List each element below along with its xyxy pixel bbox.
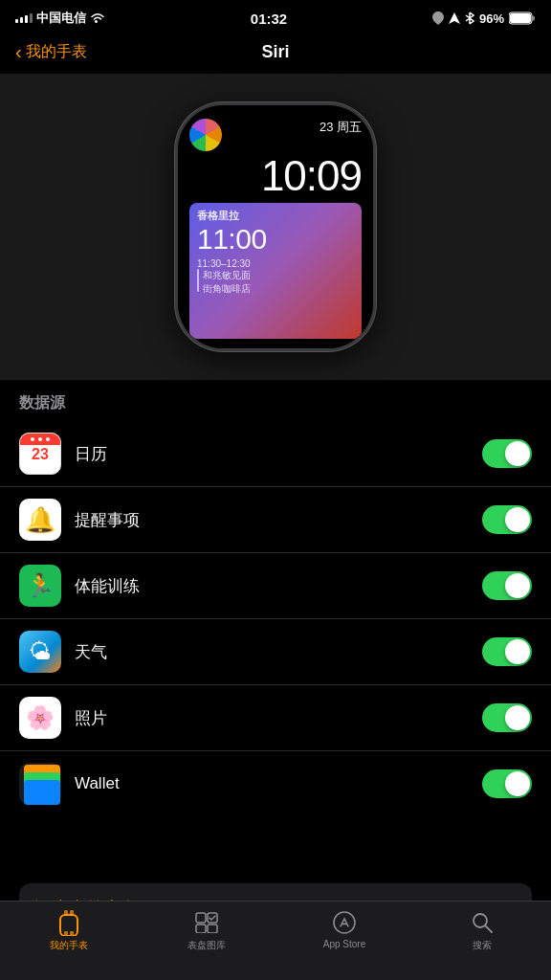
watch-tab-svg: [58, 909, 79, 936]
list-item: 23 日历: [0, 421, 551, 487]
search-tab-label: 搜索: [473, 939, 492, 952]
status-left: 中国电信: [15, 10, 105, 27]
tab-face-gallery[interactable]: 表盘图库: [138, 909, 276, 952]
weather-emoji: 🌤: [29, 638, 52, 665]
datasource-label: 体能训练: [75, 575, 469, 597]
calendar-icon: 23: [19, 433, 61, 475]
complication-name: 香格里拉: [197, 209, 354, 223]
back-button[interactable]: ‹ 我的手表: [15, 42, 87, 63]
tab-bar: 我的手表 表盘图库 App Store: [0, 901, 551, 980]
calendar-icon-top: [20, 434, 60, 445]
watch-top-row: 23 周五: [189, 119, 362, 151]
calendar-icon-dots: [31, 437, 50, 441]
watch-preview-area: 23 周五 10:09 香格里拉 11:00 11:30–12:30 和兆敏见面…: [0, 74, 551, 380]
fitness-emoji: 🏃: [26, 572, 55, 599]
battery-icon: [509, 11, 536, 25]
photos-toggle[interactable]: [482, 703, 532, 732]
svg-rect-5: [70, 910, 74, 916]
app-store-tab-label: App Store: [323, 939, 365, 949]
datasource-label: 日历: [75, 443, 469, 465]
calendar-dot: [46, 437, 50, 441]
weather-toggle[interactable]: [482, 637, 532, 666]
fitness-icon: 🏃: [19, 565, 61, 607]
svg-rect-8: [196, 913, 206, 923]
datasource-label: 提醒事项: [75, 509, 469, 531]
back-chevron-icon: ‹: [15, 41, 22, 63]
face-gallery-tab-label: 表盘图库: [187, 939, 226, 952]
app-store-icon: [331, 909, 358, 936]
carrier-label: 中国电信: [36, 10, 86, 27]
calendar-icon-number: 23: [32, 445, 49, 462]
complication-time: 11:00: [197, 223, 354, 255]
page-title: Siri: [261, 42, 289, 62]
complication-event-lines: 和兆敏见面 街角咖啡店: [203, 269, 251, 296]
search-tab-svg: [471, 911, 494, 934]
wallet-icon: [19, 763, 61, 805]
data-sources-title: 数据源: [19, 394, 65, 411]
watch-frame: 23 周五 10:09 香格里拉 11:00 11:30–12:30 和兆敏见面…: [175, 102, 376, 351]
complication-event-time: 11:30–12:30: [197, 258, 354, 269]
weather-icon: 🌤: [19, 631, 61, 673]
svg-point-12: [334, 912, 355, 933]
toggle-thumb: [505, 507, 530, 532]
gallery-tab-svg: [195, 912, 218, 933]
wallet-stack: [21, 763, 59, 805]
wallet-toggle[interactable]: [482, 769, 532, 798]
event-bar: [197, 269, 199, 292]
complication-event-line2: 街角咖啡店: [203, 282, 251, 296]
app-store-tab-svg: [333, 911, 356, 934]
face-gallery-icon: [193, 909, 220, 936]
svg-rect-1: [510, 13, 531, 23]
spacer: [0, 816, 551, 855]
toggle-thumb: [505, 705, 530, 730]
fitness-toggle[interactable]: [482, 571, 532, 600]
back-label: 我的手表: [26, 42, 87, 62]
photos-icon: 🌸: [19, 697, 61, 739]
watch-screen: 23 周五 10:09 香格里拉 11:00 11:30–12:30 和兆敏见面…: [178, 105, 373, 348]
tab-app-store[interactable]: App Store: [276, 909, 413, 949]
watch-time: 10:09: [189, 155, 362, 197]
svg-rect-6: [64, 931, 68, 936]
datasource-label: 照片: [75, 707, 469, 729]
siri-icon: [189, 119, 222, 151]
list-item: 🏃 体能训练: [0, 553, 551, 619]
navigation-icon: [449, 11, 460, 25]
list-item: Wallet: [0, 751, 551, 816]
wifi-icon: [90, 12, 105, 24]
svg-line-14: [486, 926, 493, 933]
calendar-toggle[interactable]: [482, 439, 532, 468]
calendar-dot: [31, 437, 34, 441]
data-sources-list: 23 日历 🔔 提醒事项 🏃 体能训练: [0, 421, 551, 816]
svg-rect-7: [70, 931, 74, 936]
tab-my-watch[interactable]: 我的手表: [0, 909, 138, 952]
bluetooth-icon: [465, 11, 474, 25]
calendar-dot: [38, 437, 42, 441]
toggle-thumb: [505, 441, 530, 466]
reminders-toggle[interactable]: [482, 505, 532, 534]
data-sources-header: 数据源: [0, 380, 551, 421]
toggle-thumb: [505, 771, 530, 796]
svg-rect-3: [60, 915, 77, 936]
status-time: 01:32: [251, 11, 287, 27]
reminders-icon: 🔔: [19, 499, 61, 541]
list-item: 🌸 照片: [0, 685, 551, 751]
svg-rect-10: [196, 924, 206, 933]
my-watch-tab-label: 我的手表: [50, 939, 88, 952]
signal-bars: [15, 13, 33, 23]
list-item: 🌤 天气: [0, 619, 551, 685]
nav-bar: ‹ 我的手表 Siri: [0, 34, 551, 74]
svg-rect-4: [64, 910, 68, 916]
tab-search[interactable]: 搜索: [413, 909, 551, 952]
toggle-thumb: [505, 639, 530, 664]
photos-emoji: 🌸: [26, 704, 55, 731]
wallet-card-3: [24, 780, 60, 805]
complication-event-line1: 和兆敏见面: [203, 269, 251, 282]
status-bar: 中国电信 01:32 96%: [0, 0, 551, 34]
svg-rect-11: [208, 924, 217, 933]
toggle-thumb: [505, 573, 530, 598]
battery-percent: 96%: [479, 11, 504, 26]
reminders-emoji: 🔔: [25, 505, 55, 535]
complication-event-detail: 和兆敏见面 街角咖啡店: [197, 269, 354, 296]
watch-date: 23 周五: [320, 119, 362, 136]
location-icon: [432, 11, 444, 25]
